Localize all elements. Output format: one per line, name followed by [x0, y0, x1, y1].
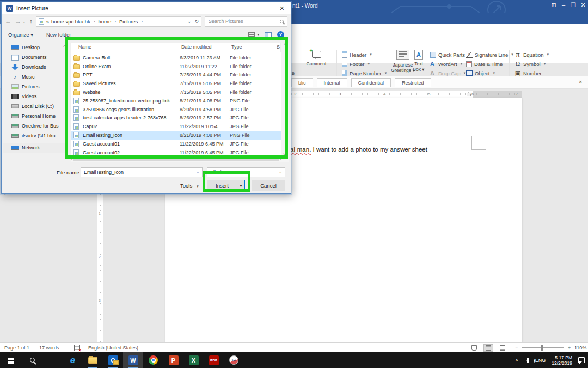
- taskbar-search-button[interactable]: [22, 352, 42, 368]
- file-row[interactable]: Website7/15/2019 5:05 PMFile folder: [71, 88, 281, 96]
- vertical-scrollbar[interactable]: ˄ ˅: [281, 43, 289, 162]
- zoom-slider-thumb[interactable]: [541, 345, 543, 351]
- taskbar-clock[interactable]: 5:17 PM 12/2/2019: [552, 355, 572, 366]
- refresh-icon[interactable]: ↻: [194, 19, 199, 24]
- signature-line-button[interactable]: Signature Line: [466, 50, 513, 59]
- dialog-titlebar[interactable]: W Insert Picture ×: [2, 2, 291, 14]
- tools-menu[interactable]: Tools: [180, 183, 199, 189]
- sidebar-item-personal-home[interactable]: Personal Home: [3, 111, 67, 121]
- recent-locations-icon[interactable]: ⌄: [22, 19, 26, 24]
- quick-parts-button[interactable]: Quick Parts: [430, 50, 470, 59]
- scroll-down-icon[interactable]: ˅: [283, 153, 285, 156]
- ribbon-display-options-icon[interactable]: ⊞: [549, 2, 559, 9]
- horizontal-scrollbar[interactable]: ‹ ›: [71, 156, 281, 162]
- taskbar-start-button[interactable]: [2, 352, 22, 368]
- breadcrumb-home[interactable]: home: [99, 19, 112, 25]
- sidebar-item-downloads[interactable]: Downloads: [3, 62, 67, 72]
- speaker-icon[interactable]: [524, 358, 529, 363]
- symbol-button[interactable]: ΩSymbol: [514, 59, 546, 68]
- file-row[interactable]: EmailTesting_Icon8/21/2019 4:08 PMPNG Fi…: [71, 131, 281, 140]
- preview-pane-icon[interactable]: [265, 32, 272, 38]
- print-layout-icon[interactable]: [483, 344, 493, 352]
- taskbar-pdf-xchange-button[interactable]: PDF: [204, 352, 224, 368]
- sensitivity-button[interactable]: Restricted: [395, 78, 431, 87]
- text-box-button[interactable]: A TextBox ▾: [409, 50, 428, 72]
- file-row[interactable]: Guest account0211/22/2019 6:45 PMJPG Fil…: [71, 148, 281, 156]
- taskbar-excel-button[interactable]: X: [183, 352, 204, 368]
- cancel-button[interactable]: Cancel: [252, 180, 285, 191]
- sensitivity-button[interactable]: blic: [291, 78, 313, 87]
- language-status[interactable]: English (United States): [88, 345, 138, 351]
- sensitivity-close-icon[interactable]: ×: [579, 79, 582, 85]
- file-type-dropdown-icon[interactable]: ⌄: [279, 170, 282, 174]
- search-input[interactable]: Search Pictures: [205, 16, 287, 27]
- word-count[interactable]: 17 words: [39, 345, 59, 351]
- file-name-dropdown-icon[interactable]: ⌄: [196, 170, 199, 174]
- taskbar-edge-button[interactable]: e: [63, 352, 83, 368]
- taskbar-file-explorer-button[interactable]: [83, 352, 103, 368]
- address-dropdown-icon[interactable]: ⌄: [187, 19, 192, 24]
- document-text[interactable]: al-man. I want to add a photo to my answ…: [290, 146, 427, 153]
- taskbar-task-view-button[interactable]: [42, 352, 63, 368]
- zoom-percent[interactable]: 110%: [574, 345, 586, 351]
- file-row[interactable]: Cap0211/22/2019 10:54 ...JPG File: [71, 122, 281, 131]
- taskbar-snipping-tool-button[interactable]: ✂: [224, 352, 244, 368]
- wordart-button[interactable]: AWordArt: [430, 59, 462, 68]
- sensitivity-button[interactable]: Internal: [317, 78, 347, 87]
- date-time-button[interactable]: Date & Time: [466, 59, 503, 68]
- taskbar-outlook-button[interactable]: O: [103, 352, 123, 368]
- file-row[interactable]: Guest account0111/22/2019 6:45 PMJPG Fil…: [71, 140, 281, 148]
- hidden-icons-chevron-icon[interactable]: ˄: [515, 358, 518, 363]
- sidebar-item-network[interactable]: Network: [3, 143, 67, 153]
- minimize-icon[interactable]: –: [559, 2, 568, 8]
- restore-icon[interactable]: ❐: [568, 2, 578, 9]
- sidebar-item-documents[interactable]: Documents: [3, 52, 67, 62]
- help-icon[interactable]: ?: [277, 31, 284, 38]
- file-row[interactable]: Camera Roll6/3/2019 11:23 AMFile folder: [71, 53, 281, 62]
- dialog-close-icon[interactable]: ×: [278, 4, 286, 13]
- file-row[interactable]: best-calendar-apps-header-2-768x7688/26/…: [71, 114, 281, 123]
- input-language[interactable]: ENG: [535, 358, 546, 363]
- change-view-icon[interactable]: [248, 32, 255, 38]
- file-row[interactable]: 25-258987_linkedin-icon-vector-png-link.…: [71, 96, 281, 105]
- address-bar[interactable]: « home.vpc.hku.hk › home › Pictures › ⌄ …: [36, 16, 201, 27]
- file-type-select[interactable]: All Pictures ⌄: [207, 167, 285, 177]
- column-header-date[interactable]: Date modified: [179, 43, 229, 52]
- sidebar-item-local-disk[interactable]: Local Disk (C:): [3, 101, 67, 111]
- file-row[interactable]: 37590866-cogs-gears-illustration8/20/201…: [71, 105, 281, 114]
- close-window-icon[interactable]: ✕: [578, 2, 588, 9]
- horizontal-scroll-thumb[interactable]: [74, 157, 278, 161]
- scroll-up-icon[interactable]: ˄: [284, 43, 286, 46]
- web-layout-icon[interactable]: [498, 344, 507, 352]
- taskbar-powerpoint-button[interactable]: P: [163, 352, 183, 368]
- zoom-out-icon[interactable]: −: [515, 345, 518, 351]
- sidebar-item-itsudrv[interactable]: itsudrv (\\f1.hku: [3, 131, 67, 141]
- page-count[interactable]: Page 1 of 1: [4, 345, 29, 351]
- file-row[interactable]: Saved Pictures7/15/2019 5:05 PMFile fold…: [71, 79, 281, 88]
- equation-button[interactable]: πEquation: [514, 50, 549, 59]
- sidebar-item-desktop[interactable]: Desktop: [3, 43, 67, 52]
- column-header-size[interactable]: S: [274, 43, 281, 52]
- sensitivity-button[interactable]: Confidential: [351, 78, 391, 87]
- comment-button[interactable]: Comment: [303, 50, 330, 67]
- header-button[interactable]: Header: [342, 50, 372, 59]
- insert-split-dropdown-icon[interactable]: ▼: [237, 180, 244, 191]
- file-row[interactable]: Online Exam11/27/2019 11:22 ...File fold…: [71, 62, 281, 71]
- proofing-errors-icon[interactable]: [74, 345, 80, 351]
- new-folder-button[interactable]: New folder: [46, 32, 71, 38]
- sidebar-item-pictures[interactable]: Pictures: [3, 82, 67, 92]
- organize-menu[interactable]: Organize ▾: [8, 32, 33, 38]
- column-header-name[interactable]: Name: [71, 43, 179, 52]
- action-center-icon[interactable]: [578, 357, 585, 363]
- forward-icon[interactable]: →: [15, 17, 21, 25]
- view-dropdown-icon[interactable]: ▾: [257, 33, 259, 37]
- back-icon[interactable]: ←: [5, 17, 11, 25]
- taskbar-chrome-button[interactable]: [143, 352, 163, 368]
- insert-button[interactable]: Insert ▼: [207, 180, 245, 191]
- scroll-left-icon[interactable]: ‹: [71, 158, 72, 161]
- zoom-in-icon[interactable]: +: [568, 345, 571, 351]
- read-mode-icon[interactable]: [469, 344, 479, 352]
- file-name-input[interactable]: EmailTesting_Icon ⌄: [81, 167, 203, 177]
- breadcrumb-root[interactable]: home.vpc.hku.hk: [51, 19, 90, 25]
- sidebar-item-onedrive[interactable]: Onedrive for Bus: [3, 121, 67, 131]
